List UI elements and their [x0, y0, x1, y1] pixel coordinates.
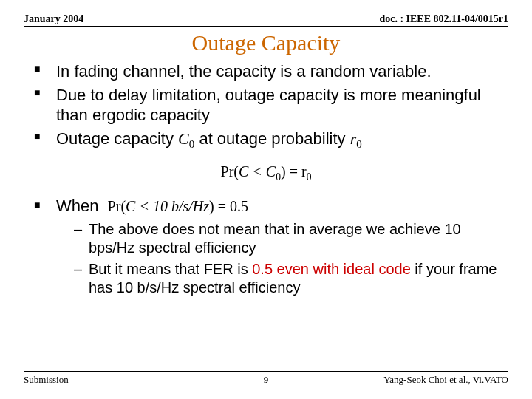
header: January 2004 doc. : IEEE 802.11-04/0015r…	[24, 13, 508, 27]
header-doc: doc. : IEEE 802.11-04/0015r1	[379, 13, 508, 25]
sub-item-2: But it means that FER is 0.5 even with i…	[74, 260, 508, 297]
footer-page: 9	[264, 374, 269, 386]
slide: January 2004 doc. : IEEE 802.11-04/0015r…	[0, 0, 532, 399]
bullet-1: In fading channel, the capacity is a ran…	[34, 61, 508, 82]
header-date: January 2004	[24, 13, 83, 25]
symbol-r0: r0	[350, 129, 362, 148]
sub-list: The above does not mean that in average …	[24, 220, 508, 297]
sub-item-1: The above does not mean that in average …	[74, 220, 508, 257]
bullet-list: In fading channel, the capacity is a ran…	[24, 61, 508, 151]
equation-center: Pr(C < C0) = r0	[24, 163, 508, 183]
slide-title: Outage Capacity	[24, 30, 508, 55]
bullet-when: When Pr(C < 10 b/s/Hz) = 0.5	[24, 197, 508, 216]
bullet-3-text-b: at outage probability	[199, 129, 349, 148]
highlight-fer: 0.5 even with ideal code	[252, 261, 411, 277]
when-label: When	[56, 197, 98, 215]
bullet-3-text-a: Outage capacity	[56, 129, 178, 148]
footer-left: Submission	[24, 374, 69, 386]
footer: Submission 9 Yang-Seok Choi et al., Vi.V…	[24, 371, 508, 386]
bullet-3: Outage capacity C0 at outage probability…	[34, 129, 508, 151]
bullet-2: Due to delay limitation, outage capacity…	[34, 85, 508, 126]
footer-right: Yang-Seok Choi et al., Vi.VATO	[383, 374, 508, 386]
when-condition: Pr(C < 10 b/s/Hz) = 0.5	[108, 198, 248, 214]
symbol-c0: C0	[178, 129, 194, 148]
